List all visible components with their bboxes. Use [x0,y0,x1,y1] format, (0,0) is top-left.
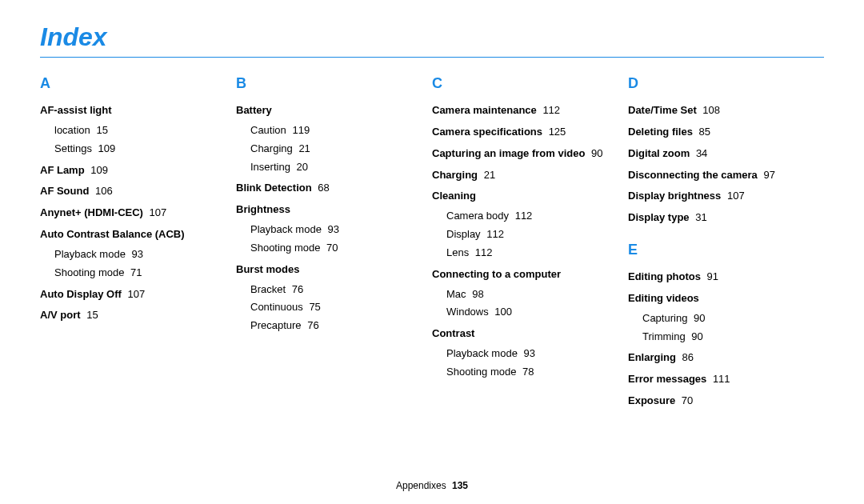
footer-label: Appendixes [396,480,446,491]
subentry-page: 21 [296,142,310,154]
subentry-page: 93 [129,248,143,260]
entry-text: AF Sound [40,185,89,197]
index-subentry: Shooting mode 71 [54,266,228,281]
index-entry: Charging 21 [432,168,620,183]
index-entry-label: A/V port 15 [40,308,228,323]
index-entry: Anynet+ (HDMI-CEC) 107 [40,206,228,221]
index-entry-label: AF Lamp 109 [40,163,228,178]
subentry-text: Display [446,228,481,240]
entry-text: Camera specifications [432,126,542,138]
index-subentry: Camera body 112 [446,209,620,224]
entry-text: Date/Time Set [628,104,697,116]
subentry-page: 76 [305,319,319,331]
index-entry-label: Brightness [236,202,424,218]
subentry-text: Precapture [250,319,302,331]
entry-text: Auto Display Off [40,288,122,300]
entry-text: Editing videos [628,292,699,304]
index-subentry: Precapture 76 [250,318,424,334]
index-entry-label: Exposure 70 [628,394,816,409]
index-entry: A/V port 15 [40,308,228,323]
entry-text: Display type [628,211,690,223]
index-subentry: Shooting mode 70 [250,241,424,256]
index-subentry: Bracket 76 [250,282,424,298]
subentry-page: 20 [294,161,308,173]
index-column: CCamera maintenance 112Camera specificat… [432,75,628,415]
index-entry-label: Digital zoom 34 [628,146,816,162]
entry-page: 111 [710,373,730,385]
index-entry-label: Camera maintenance 112 [432,103,620,118]
index-entry-label: Enlarging 86 [628,350,816,366]
subentry-text: Trimming [642,330,686,342]
subentry-text: Playback mode [54,248,126,260]
subentry-text: Mac [446,288,466,300]
index-columns: AAF-assist lightlocation 15Settings 109A… [40,75,824,415]
entry-text: Charging [432,169,478,181]
index-entry: Deleting files 85 [628,125,816,140]
index-entry-label: Charging 21 [432,168,620,183]
subentry-text: Shooting mode [250,242,320,254]
index-entry-label: Blink Detection 68 [236,181,424,196]
subentry-page: 112 [472,246,492,258]
entry-text: Auto Contrast Balance (ACB) [40,228,185,240]
index-entry: Connecting to a computerMac 98Windows 10… [432,267,620,321]
entry-page: 31 [693,211,707,223]
subentry-page: 90 [690,312,705,324]
index-entry-label: Capturing an image from video 90 [432,146,620,162]
subentry-text: Playback mode [446,347,518,359]
entry-text: Burst modes [236,263,299,275]
index-entry: BatteryCaution 119Charging 21Inserting 2… [236,103,424,174]
index-subentry: Capturing 90 [642,311,816,326]
index-subentry: Settings 109 [54,142,228,157]
index-entry-label: Camera specifications 125 [432,125,620,140]
index-entry-label: AF-assist light [40,103,228,118]
index-entry-label: Date/Time Set 108 [628,103,816,118]
index-subentry: Playback mode 93 [54,247,228,262]
index-subentry: Charging 21 [250,142,424,157]
index-page: Index AAF-assist lightlocation 15Setting… [0,0,864,504]
entry-page: 70 [678,394,693,406]
index-entry: Disconnecting the camera 97 [628,168,816,183]
index-entry: Camera maintenance 112 [432,103,620,118]
entry-page: 34 [693,147,707,159]
entry-page: 15 [84,309,98,321]
entry-text: Disconnecting the camera [628,169,758,181]
index-entry: AF-assist lightlocation 15Settings 109 [40,103,228,157]
subentry-text: Lens [446,246,469,258]
index-entry-label: Anynet+ (HDMI-CEC) 107 [40,206,228,221]
subentry-page: 15 [94,124,108,136]
entry-text: Capturing an image from video [432,147,585,159]
index-entry-label: Auto Contrast Balance (ACB) [40,227,228,242]
subentry-text: Playback mode [250,223,322,235]
index-entry: CleaningCamera body 112Display 112Lens 1… [432,189,620,260]
entry-page: 112 [540,104,560,116]
index-entry-label: Burst modes [236,262,424,278]
index-entry-label: Auto Display Off 107 [40,287,228,302]
entry-text: Editing photos [628,270,701,282]
entry-page: 97 [761,169,775,181]
entry-page: 107 [125,288,145,300]
index-subentry: Playback mode 93 [446,346,620,362]
index-subentry: Mac 98 [446,287,620,302]
index-entry: AF Sound 106 [40,184,228,199]
index-subentry: Display 112 [446,227,620,242]
index-entry-label: Cleaning [432,189,620,204]
subentry-page: 70 [323,242,338,254]
index-subentry: Shooting mode 78 [446,365,620,380]
subentry-text: Camera body [446,210,509,222]
index-subentry: Lens 112 [446,246,620,261]
entry-page: 107 [146,206,166,218]
entry-text: Display brightness [628,190,721,202]
index-entry: Digital zoom 34 [628,146,816,162]
entry-text: AF-assist light [40,104,112,116]
section-letter: E [628,242,816,258]
index-entry-label: Editing videos [628,291,816,306]
index-entry-label: Contrast [432,326,620,342]
entry-text: Blink Detection [236,182,312,194]
subentry-page: 93 [325,223,339,235]
subentry-text: Shooting mode [446,366,516,378]
index-entry: BrightnessPlayback mode 93Shooting mode … [236,202,424,256]
subentry-text: Charging [250,142,293,154]
index-entry-label: Battery [236,103,424,118]
entry-text: Battery [236,104,272,116]
entry-page: 108 [700,104,720,116]
